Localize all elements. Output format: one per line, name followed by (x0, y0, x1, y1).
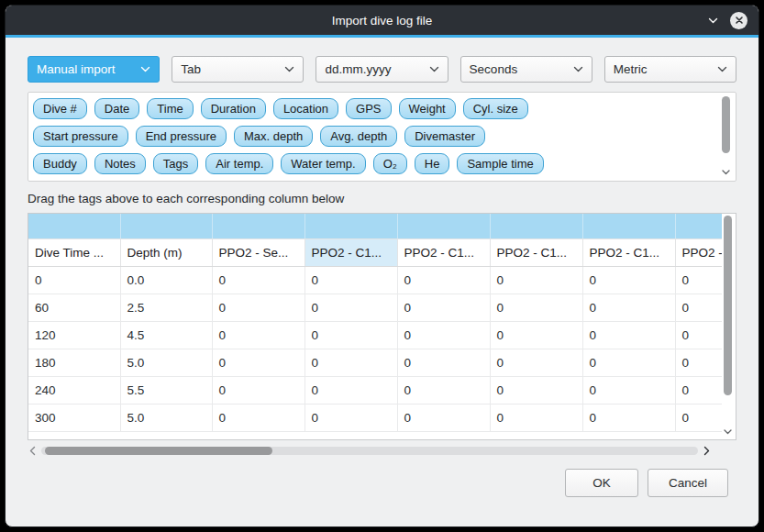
table-cell: 4.5 (120, 321, 212, 349)
table-cell: 0 (212, 404, 304, 431)
drag-tag[interactable]: Start pressure (33, 126, 128, 147)
chevron-down-icon (140, 66, 150, 72)
hscroll-handle[interactable] (45, 447, 272, 455)
chevron-down-icon (717, 66, 727, 72)
drag-tag[interactable]: Weight (399, 98, 456, 119)
tags-scrollbar-track[interactable] (720, 96, 732, 167)
tag-row: Start pressureEnd pressureMax. depthAvg.… (33, 126, 714, 147)
table-cell: 0 (304, 404, 397, 431)
table-cell: 0 (304, 266, 397, 294)
tag-row: Dive #DateTimeDurationLocationGPSWeightC… (33, 98, 714, 119)
column-drop-target[interactable] (397, 214, 490, 238)
window-title: Import dive log file (332, 14, 433, 28)
table-cell: 0 (212, 321, 304, 349)
field-separator-select[interactable]: Tab (172, 56, 304, 83)
combo-value: Manual import (37, 62, 116, 76)
scroll-left-icon[interactable] (28, 446, 37, 456)
column-drop-target[interactable] (304, 214, 397, 238)
column-header[interactable]: PPO2 - C1... (675, 238, 722, 266)
column-drop-target[interactable] (120, 214, 212, 238)
column-drop-target[interactable] (28, 214, 120, 238)
table-cell: 5.0 (120, 349, 212, 376)
drag-tag[interactable]: Time (147, 98, 193, 119)
drag-tag[interactable]: O₂ (373, 153, 407, 174)
drag-tag[interactable]: Water temp. (281, 153, 365, 174)
table-vscroll-handle[interactable] (724, 216, 732, 395)
drag-tag[interactable]: Sample time (457, 153, 543, 174)
drag-tag[interactable]: Sample pO₂ (235, 181, 319, 182)
drag-tag[interactable]: GPS (346, 98, 391, 119)
table-cell: 0 (675, 349, 722, 376)
table-cell: 0 (397, 294, 490, 321)
chevron-down-icon (429, 66, 439, 72)
import-mode-select[interactable]: Manual import (28, 56, 160, 83)
table-cell: 0 (304, 349, 397, 376)
column-header[interactable]: PPO2 - C1... (490, 238, 582, 266)
column-header[interactable]: Dive Time ... (28, 238, 120, 266)
import-table-area: Dive Time ...Depth (m)PPO2 - Se...PPO2 -… (28, 213, 736, 440)
drag-tag[interactable]: Sample temp. (134, 181, 227, 182)
column-drop-target[interactable] (212, 214, 304, 238)
tags-panel: Dive #DateTimeDurationLocationGPSWeightC… (28, 92, 736, 182)
drag-tag[interactable]: Date (94, 98, 139, 119)
table-cell: 240 (28, 376, 120, 404)
column-header[interactable]: PPO2 - C1... (304, 238, 397, 266)
table-row: 3005.0000000 (28, 404, 722, 431)
tags-wrap: Dive #DateTimeDurationLocationGPSWeightC… (33, 98, 714, 182)
drag-tag[interactable]: End pressure (136, 126, 227, 147)
drag-tag[interactable]: Duration (201, 98, 266, 119)
drag-tag[interactable]: Tags (153, 153, 198, 174)
table-cell: 0 (304, 294, 397, 321)
drag-tag[interactable]: Avg. depth (320, 126, 397, 147)
shade-chevron-icon[interactable] (708, 17, 718, 24)
drag-tag[interactable]: Notes (94, 153, 146, 174)
hscroll-track[interactable] (41, 447, 698, 455)
drag-tag[interactable]: Dive # (33, 98, 87, 119)
table-horizontal-scrollbar[interactable] (28, 445, 711, 457)
table-vscroll-track[interactable] (722, 216, 734, 427)
drag-tag[interactable]: Max. depth (234, 126, 313, 147)
combo-value: dd.mm.yyyy (325, 62, 391, 76)
column-header[interactable]: PPO2 - Se... (212, 238, 304, 266)
column-drop-target[interactable] (675, 214, 722, 238)
titlebar[interactable]: Import dive log file (6, 6, 758, 38)
drag-tag[interactable]: Divemaster (404, 126, 485, 147)
column-header[interactable]: Depth (m) (120, 238, 212, 266)
drag-tag[interactable]: Sample CNS (327, 181, 416, 182)
scroll-right-icon[interactable] (703, 446, 711, 456)
table-cell: 120 (28, 321, 120, 349)
table-cell: 0 (582, 321, 675, 349)
table-vertical-scrollbar[interactable] (722, 216, 734, 438)
drag-tag[interactable]: Buddy (33, 153, 87, 174)
units-select[interactable]: Metric (604, 56, 736, 83)
column-header[interactable]: PPO2 - C1... (397, 238, 490, 266)
table-cell: 0 (304, 321, 397, 349)
tags-scrollbar[interactable] (720, 96, 732, 178)
drag-tag[interactable]: Cyl. size (463, 98, 528, 119)
tags-scrollbar-handle[interactable] (722, 96, 730, 153)
ok-button[interactable]: OK (565, 469, 638, 497)
table-cell: 0 (397, 349, 490, 376)
table-cell: 0 (304, 376, 397, 404)
time-format-select[interactable]: Seconds (460, 56, 592, 83)
drag-tag[interactable]: He (415, 153, 450, 174)
instruction-label: Drag the tags above to each correspondin… (28, 192, 736, 205)
column-drop-target[interactable] (582, 214, 675, 238)
close-icon[interactable] (730, 12, 747, 29)
column-drop-target[interactable] (490, 214, 582, 238)
drag-tag[interactable]: Sample depth (33, 181, 127, 182)
drag-tag[interactable]: Location (273, 98, 338, 119)
table-cell: 5.0 (120, 404, 212, 431)
date-format-select[interactable]: dd.mm.yyyy (316, 56, 448, 83)
combo-value: Seconds (470, 62, 518, 76)
column-header[interactable]: PPO2 - C1... (582, 238, 675, 266)
scroll-down-icon[interactable] (720, 167, 732, 178)
table-cell: 300 (28, 404, 120, 431)
scroll-down-icon[interactable] (722, 427, 734, 438)
table-cell: 0 (490, 404, 582, 431)
cancel-button[interactable]: Cancel (648, 469, 728, 497)
table-row: 1204.5000000 (28, 321, 722, 349)
drag-tag[interactable]: Air temp. (205, 153, 273, 174)
table-cell: 0 (397, 404, 490, 431)
table-clip: Dive Time ...Depth (m)PPO2 - Se...PPO2 -… (28, 214, 722, 439)
